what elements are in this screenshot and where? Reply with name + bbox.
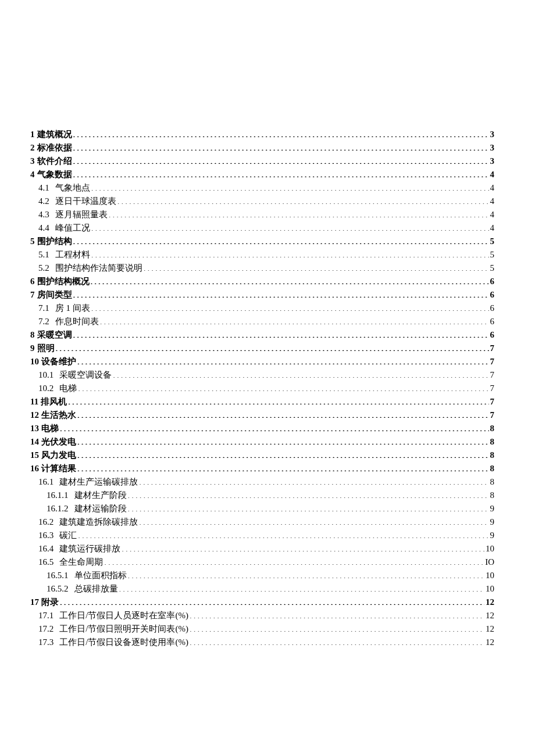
toc-entry-title: 软件介绍 xyxy=(37,155,72,168)
toc-entry-title: 建筑建造拆除碳排放 xyxy=(59,515,138,529)
toc-entry-number: 17 xyxy=(30,596,39,609)
toc-entry[interactable]: 10.2电梯7 xyxy=(30,382,494,395)
toc-entry[interactable]: 4气象数据4 xyxy=(30,168,494,181)
toc-entry[interactable]: 15风力发电8 xyxy=(30,449,494,462)
toc-entry-title: 房 1 间表 xyxy=(55,302,90,315)
toc-entry[interactable]: 3软件介绍3 xyxy=(30,155,494,168)
toc-entry[interactable]: 4.1气象地点4 xyxy=(30,181,494,195)
page: 1建筑概况32标准依据33软件介绍34气象数据44.1气象地点44.2逐日干球温… xyxy=(0,0,535,756)
toc-dot-leader xyxy=(77,449,489,458)
toc-entry[interactable]: 4.3逐月辐照量表4 xyxy=(30,208,494,221)
toc-entry[interactable]: 16.5.1单位面积指标10 xyxy=(30,569,494,582)
toc-entry-number: 10.1 xyxy=(38,368,54,382)
toc-entry-page: 3 xyxy=(490,141,495,155)
toc-entry[interactable]: 16.2建筑建造拆除碳排放9 xyxy=(30,515,494,529)
toc-entry-page: 7 xyxy=(490,368,495,382)
toc-dot-leader xyxy=(113,369,488,378)
table-of-contents: 1建筑概况32标准依据33软件介绍34气象数据44.1气象地点44.2逐日干球温… xyxy=(30,128,494,649)
toc-dot-leader xyxy=(91,222,489,231)
toc-entry[interactable]: 16.5.2总碳排放量10 xyxy=(30,582,494,596)
toc-entry-page: 4 xyxy=(490,221,495,235)
toc-entry[interactable]: 17.1工作日/节假日人员逐时在室率(%)12 xyxy=(30,609,494,622)
toc-entry[interactable]: 16计算结果8 xyxy=(30,462,494,475)
toc-entry[interactable]: 16.1建材生产运输碳排放8 xyxy=(30,475,494,489)
toc-entry[interactable]: 4.2逐日干球温度表4 xyxy=(30,195,494,208)
toc-entry-page: 9 xyxy=(490,502,495,515)
toc-entry-title: 围护结构作法简要说明 xyxy=(55,261,142,275)
toc-entry[interactable]: 14光伏发电8 xyxy=(30,435,494,449)
toc-entry[interactable]: 2标准依据3 xyxy=(30,141,494,155)
toc-entry-number: 17.1 xyxy=(38,609,54,622)
toc-entry[interactable]: 4.4峰值工况4 xyxy=(30,221,494,235)
toc-entry-title: 工作日/节假日设备逐时使用率(%) xyxy=(59,636,188,649)
toc-dot-leader xyxy=(117,195,489,204)
toc-entry[interactable]: 17.2工作日/节假日照明开关时间表(%)12 xyxy=(30,622,494,636)
toc-dot-leader xyxy=(190,610,484,618)
toc-entry[interactable]: 16.3碳汇9 xyxy=(30,529,494,542)
toc-entry-title: 排风机 xyxy=(41,395,67,409)
toc-entry-page: 6 xyxy=(490,288,495,302)
toc-entry-title: 建筑运行碳排放 xyxy=(59,542,120,556)
toc-dot-leader xyxy=(77,463,489,471)
toc-entry-page: 7 xyxy=(490,409,495,422)
toc-entry-title: 生活热水 xyxy=(41,409,76,422)
toc-entry-page: 10 xyxy=(486,582,494,596)
toc-entry-page: 8 xyxy=(490,489,495,502)
toc-entry-page: 8 xyxy=(490,422,495,435)
toc-entry-page: 6 xyxy=(490,328,495,342)
toc-entry-page: 5 xyxy=(490,235,495,248)
toc-entry[interactable]: 11排风机7 xyxy=(30,395,494,409)
toc-dot-leader xyxy=(139,476,488,485)
toc-entry-number: 4 xyxy=(30,168,35,181)
toc-entry-number: 5.1 xyxy=(38,248,49,261)
toc-entry[interactable]: 5围护结构5 xyxy=(30,235,494,248)
toc-entry[interactable]: 6围护结构概况6 xyxy=(30,275,494,288)
toc-dot-leader xyxy=(73,155,489,164)
toc-dot-leader xyxy=(190,636,484,645)
toc-entry-number: 10 xyxy=(30,355,39,368)
toc-entry-number: 17.3 xyxy=(38,636,54,649)
toc-entry[interactable]: 12生活热水7 xyxy=(30,409,494,422)
toc-entry[interactable]: 16.5全生命周期IO xyxy=(30,556,494,569)
toc-entry-number: 4.4 xyxy=(38,221,49,235)
toc-dot-leader xyxy=(104,556,484,565)
toc-entry-title: 采暖空调 xyxy=(37,328,72,342)
toc-entry-number: 7.2 xyxy=(38,315,49,328)
toc-entry-page: 9 xyxy=(490,529,495,542)
toc-entry-title: 电梯 xyxy=(59,382,77,395)
toc-entry-number: 5.2 xyxy=(38,261,49,275)
toc-entry-number: 12 xyxy=(30,409,39,422)
toc-entry-number: 10.2 xyxy=(38,382,54,395)
toc-entry[interactable]: 8采暖空调6 xyxy=(30,328,494,342)
toc-entry-title: 围护结构 xyxy=(37,235,72,248)
toc-entry-number: 16 xyxy=(30,462,39,475)
toc-entry[interactable]: 16.1.2建材运输阶段9 xyxy=(30,502,494,515)
toc-entry[interactable]: 16.4建筑运行碳排放10 xyxy=(30,542,494,556)
toc-entry-page: 8 xyxy=(490,435,495,449)
toc-entry[interactable]: 1建筑概况3 xyxy=(30,128,494,141)
toc-entry[interactable]: 7.2作息时间表6 xyxy=(30,315,494,328)
toc-entry[interactable]: 17.3工作日/节假日设备逐时使用率(%)12 xyxy=(30,636,494,649)
toc-entry-number: 6 xyxy=(30,275,35,288)
toc-entry[interactable]: 7房间类型6 xyxy=(30,288,494,302)
toc-entry[interactable]: 7.1房 1 间表6 xyxy=(30,302,494,315)
toc-entry-title: 气象地点 xyxy=(55,181,90,195)
toc-dot-leader xyxy=(78,529,488,538)
toc-entry-number: 3 xyxy=(30,155,35,168)
toc-entry-number: 16.1.2 xyxy=(47,502,69,515)
toc-entry[interactable]: 16.1.1建材生产阶段8 xyxy=(30,489,494,502)
toc-entry[interactable]: 17附录12 xyxy=(30,596,494,609)
toc-entry[interactable]: 13电梯8 xyxy=(30,422,494,435)
toc-dot-leader xyxy=(60,422,489,431)
toc-dot-leader xyxy=(91,302,489,311)
toc-entry[interactable]: 5.2围护结构作法简要说明5 xyxy=(30,261,494,275)
toc-entry[interactable]: 10设备维护7 xyxy=(30,355,494,368)
toc-entry[interactable]: 10.1采暖空调设备7 xyxy=(30,368,494,382)
toc-entry-title: 照明 xyxy=(37,342,55,355)
toc-entry-number: 9 xyxy=(30,342,35,355)
toc-entry-page: 8 xyxy=(490,475,495,489)
toc-entry[interactable]: 9照明7 xyxy=(30,342,494,355)
toc-entry-page: 4 xyxy=(490,181,495,195)
toc-entry-page: 12 xyxy=(486,609,494,622)
toc-entry[interactable]: 5.1工程材料5 xyxy=(30,248,494,261)
